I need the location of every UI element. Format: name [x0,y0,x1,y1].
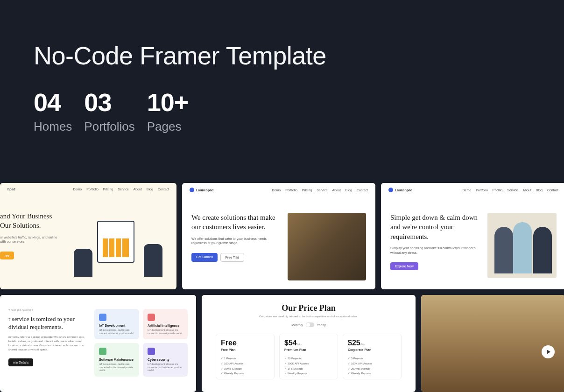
thumb-subtext: Simplify your spending and take full con… [390,246,480,255]
get-started-button[interactable]: Get Started [191,253,218,262]
plan-features: 20 Projects 300K API Access 1TB Storage … [284,356,333,376]
template-thumb-5[interactable]: Our Price Plan Our prices are carefully … [202,295,416,392]
template-thumb-4[interactable]: T WE PROVIDE? r service is tomized to yo… [0,295,196,392]
hero-title: No-Code Framer Template [34,41,564,70]
ai-icon [148,314,155,321]
thumb-headline: We create solutions that make our custom… [191,213,280,232]
iot-icon [99,314,106,321]
service-card-security: Cybersecurity IoT development, devices a… [143,343,188,377]
stats-row: 04 Homes 03 Portfolios 10+ Pages [34,90,564,134]
thumb-illustration [69,211,167,281]
billing-toggle[interactable]: Monthly Yearly [216,322,402,327]
plan-features: 1 Projects 100 API Access 10MB Storage W… [221,356,269,376]
stat-label: Homes [34,119,72,134]
service-card-software: Software Maintenance IoT development, de… [94,343,139,377]
play-button-icon[interactable] [542,345,555,358]
thumb-nav: Launchpad Demo Portfolio Pricing Service… [182,183,375,197]
stat-pages: 10+ Pages [147,90,189,134]
service-cards: IoT Development IoT development, devices… [94,309,188,377]
stat-portfolios: 03 Portfolios [84,90,134,134]
thumb-subtext: We offer solutions that cater to your bu… [191,237,280,246]
toggle-switch[interactable] [306,322,314,327]
pricing-sub: Our prices are carefully tailored to be … [216,315,402,318]
template-thumb-2[interactable]: Launchpad Demo Portfolio Pricing Service… [182,183,375,289]
template-thumb-1[interactable]: hpad Demo Portfolio Pricing Service Abou… [0,183,176,289]
plan-features: 5 Projects 100K API Access 200MB Storage… [348,356,396,376]
stat-homes: 04 Homes [34,90,72,134]
software-icon [99,348,106,355]
template-thumb-3[interactable]: Launchpad Demo Portfolio Pricing Service… [381,183,564,289]
plan-free: Free Free Plan 1 Projects 100 API Access… [216,334,275,379]
thumb-logo: hpad [7,188,15,191]
grid-row-2: T WE PROVIDE? r service is tomized to yo… [0,295,564,392]
hero-section: No-Code Framer Template 04 Homes 03 Port… [0,0,564,134]
thumb-headline: Simple get down & calm down and we're co… [390,213,480,241]
security-icon [148,348,155,355]
pricing-title: Our Price Plan [216,303,402,313]
more-details-button[interactable]: ore Details [8,358,33,366]
thumb-headline: r service is tomized to your dividual re… [8,315,86,331]
thumb-subtext: ur website's traffic, rankings, and onli… [0,235,62,245]
template-thumb-6[interactable] [421,295,564,392]
plan-premium: $54/Mo Premium Plan 20 Projects 300K API… [279,334,338,379]
template-grid: hpad Demo Portfolio Pricing Service Abou… [0,183,564,392]
thumb-subtext: mmunity refers to a group of people who … [8,335,86,352]
thumb-image [288,213,366,280]
service-card-ai: Artificial Intelligence IoT development,… [143,309,188,339]
thumb-menu: Demo Portfolio Pricing Service About Blo… [73,188,169,191]
free-trial-button[interactable]: Free Trial [220,253,245,262]
thumb-logo: Launchpad [190,188,213,192]
explore-button[interactable]: Explore Now [390,262,418,270]
thumb-label: T WE PROVIDE? [8,309,86,312]
grid-row-1: hpad Demo Portfolio Pricing Service Abou… [0,183,564,289]
stat-num: 04 [34,90,72,115]
stat-label: Pages [147,119,189,134]
thumb-headline: and Your Business Our Solutions. [0,211,62,231]
service-card-iot: IoT Development IoT development, devices… [94,309,139,339]
logo-icon [190,188,194,192]
thumb-image [487,213,557,278]
thumb-nav: Launchpad Demo Portfolio Pricing Service… [381,183,564,197]
logo-icon [388,188,393,192]
pricing-cards: Free Free Plan 1 Projects 100 API Access… [216,334,402,379]
thumb-menu: Demo Portfolio Pricing Service About Blo… [462,189,558,192]
thumb-logo: Launchpad [388,188,412,192]
thumb-menu: Demo Portfolio Pricing Service About Blo… [272,189,368,192]
cta-button[interactable]: ree [0,252,14,259]
video-preview [421,295,564,392]
stat-label: Portfolios [84,119,134,134]
stat-num: 03 [84,90,134,115]
stat-num: 10+ [147,90,189,115]
plan-corporate: $25/Mo Corporate Plan 5 Projects 100K AP… [343,334,402,379]
thumb-nav: hpad Demo Portfolio Pricing Service Abou… [0,183,176,196]
